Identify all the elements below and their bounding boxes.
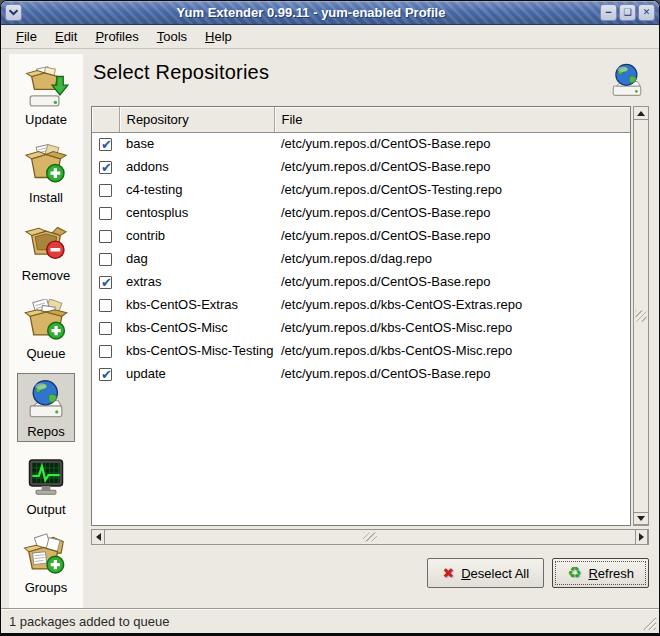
deselect-all-button[interactable]: ✖ Deselect All — [427, 558, 544, 588]
menu-tools[interactable]: Tools — [148, 26, 196, 47]
repo-file-cell: /etc/yum.repos.d/CentOS-Base.repo — [274, 201, 630, 224]
maximize-icon: ❑ — [623, 8, 631, 17]
column-header-repository[interactable]: Repository — [119, 107, 274, 132]
sidebar-item-remove[interactable]: Remove — [16, 217, 76, 286]
sidebar-item-label: Update — [25, 112, 67, 127]
table-row[interactable]: contrib /etc/yum.repos.d/CentOS-Base.rep… — [92, 224, 630, 247]
repo-checkbox[interactable] — [99, 368, 112, 381]
minimize-button[interactable]: − — [600, 4, 617, 21]
scroll-down-button[interactable] — [633, 511, 649, 525]
table-row[interactable]: centosplus /etc/yum.repos.d/CentOS-Base.… — [92, 201, 630, 224]
page-title: Select Repositories — [93, 61, 269, 84]
table-row[interactable]: update /etc/yum.repos.d/CentOS-Base.repo — [92, 362, 630, 385]
status-text: 1 packages added to queue — [9, 614, 169, 629]
sidebar-item-label: Remove — [22, 268, 70, 283]
repo-file-cell: /etc/yum.repos.d/dag.repo — [274, 247, 630, 270]
repo-checkbox[interactable] — [99, 276, 112, 289]
repo-name-cell: dag — [119, 247, 274, 270]
table-row[interactable]: extras /etc/yum.repos.d/CentOS-Base.repo — [92, 270, 630, 293]
repo-file-cell: /etc/yum.repos.d/kbs-CentOS-Extras.repo — [274, 293, 630, 316]
repo-file-cell: /etc/yum.repos.d/CentOS-Base.repo — [274, 270, 630, 293]
horizontal-scrollbar[interactable] — [91, 529, 649, 545]
sidebar-item-update[interactable]: Update — [17, 61, 75, 130]
repo-table-body: base /etc/yum.repos.d/CentOS-Base.repo a… — [92, 132, 630, 385]
chevron-down-icon — [8, 9, 19, 16]
groups-icon — [23, 533, 69, 579]
repository-globe-icon — [607, 61, 647, 101]
refresh-icon: ♻ — [567, 565, 581, 581]
table-row[interactable]: dag /etc/yum.repos.d/dag.repo — [92, 247, 630, 270]
resize-grip-icon[interactable] — [642, 616, 657, 631]
repo-file-cell: /etc/yum.repos.d/kbs-CentOS-Misc.repo — [274, 339, 630, 362]
repo-checkbox[interactable] — [99, 253, 112, 266]
repo-checkbox[interactable] — [99, 184, 112, 197]
menu-edit[interactable]: Edit — [46, 26, 86, 47]
repo-name-cell: update — [119, 362, 274, 385]
scroll-up-button[interactable] — [633, 106, 649, 120]
table-row[interactable]: base /etc/yum.repos.d/CentOS-Base.repo — [92, 132, 630, 155]
repo-name-cell: kbs-CentOS-Misc-Testing — [119, 339, 274, 362]
table-row[interactable]: kbs-CentOS-Misc-Testing /etc/yum.repos.d… — [92, 339, 630, 362]
repo-file-cell: /etc/yum.repos.d/kbs-CentOS-Misc.repo — [274, 316, 630, 339]
main-panel: Select Repositories — [91, 54, 649, 608]
scroll-left-icon — [96, 533, 101, 541]
close-button[interactable]: ✕ — [638, 4, 655, 21]
close-icon: ✕ — [643, 8, 651, 17]
sidebar-item-repos[interactable]: Repos — [17, 373, 75, 442]
table-row[interactable]: kbs-CentOS-Extras /etc/yum.repos.d/kbs-C… — [92, 293, 630, 316]
sidebar-item-groups[interactable]: Groups — [17, 529, 75, 598]
repo-file-cell: /etc/yum.repos.d/CentOS-Base.repo — [274, 155, 630, 178]
repos-icon — [23, 377, 69, 423]
repo-name-cell: centosplus — [119, 201, 274, 224]
vertical-scrollbar[interactable] — [633, 106, 649, 526]
repo-name-cell: addons — [119, 155, 274, 178]
repo-checkbox[interactable] — [99, 138, 112, 151]
output-icon — [23, 455, 69, 501]
vertical-scrollbar-thumb[interactable] — [633, 119, 649, 513]
repo-file-cell: /etc/yum.repos.d/CentOS-Base.repo — [274, 132, 630, 155]
sidebar-item-label: Queue — [26, 346, 65, 361]
sidebar-item-label: Groups — [25, 580, 68, 595]
scroll-left-button[interactable] — [91, 529, 105, 545]
horizontal-scrollbar-thumb[interactable] — [104, 529, 636, 545]
repo-name-cell: kbs-CentOS-Misc — [119, 316, 274, 339]
scroll-right-icon — [639, 533, 644, 541]
sidebar-item-label: Repos — [27, 424, 65, 439]
repo-checkbox[interactable] — [99, 161, 112, 174]
repo-name-cell: contrib — [119, 224, 274, 247]
column-header-file[interactable]: File — [274, 107, 630, 132]
remove-icon — [23, 221, 69, 267]
table-row[interactable]: c4-testing /etc/yum.repos.d/CentOS-Testi… — [92, 178, 630, 201]
repo-checkbox[interactable] — [99, 230, 112, 243]
menu-help[interactable]: Help — [196, 26, 241, 47]
repo-name-cell: base — [119, 132, 274, 155]
deselect-x-icon: ✖ — [442, 566, 454, 580]
menu-profiles[interactable]: Profiles — [86, 26, 147, 47]
scroll-right-button[interactable] — [634, 529, 648, 545]
table-row[interactable]: kbs-CentOS-Misc /etc/yum.repos.d/kbs-Cen… — [92, 316, 630, 339]
repo-file-cell: /etc/yum.repos.d/CentOS-Testing.repo — [274, 178, 630, 201]
titlebar[interactable]: Yum Extender 0.99.11 - yum-enabled Profi… — [1, 1, 659, 25]
scroll-up-icon — [637, 111, 645, 116]
maximize-button[interactable]: ❑ — [619, 4, 636, 21]
refresh-label: Refresh — [588, 566, 634, 581]
repo-name-cell: extras — [119, 270, 274, 293]
queue-icon — [23, 299, 69, 345]
refresh-button[interactable]: ♻ Refresh — [552, 558, 649, 588]
deselect-all-label: Deselect All — [461, 566, 529, 581]
repo-checkbox[interactable] — [99, 299, 112, 312]
window-menu-button[interactable] — [5, 4, 22, 21]
repo-name-cell: c4-testing — [119, 178, 274, 201]
sidebar-item-output[interactable]: Output — [17, 451, 75, 520]
sidebar-item-queue[interactable]: Queue — [17, 295, 75, 364]
repo-checkbox[interactable] — [99, 207, 112, 220]
menu-file[interactable]: File — [7, 26, 46, 47]
table-row[interactable]: addons /etc/yum.repos.d/CentOS-Base.repo — [92, 155, 630, 178]
scroll-down-icon — [637, 516, 645, 521]
column-header-checkbox[interactable] — [92, 107, 119, 132]
sidebar-item-install[interactable]: Install — [17, 139, 75, 208]
sidebar-item-label: Output — [26, 502, 65, 517]
window-title: Yum Extender 0.99.11 - yum-enabled Profi… — [25, 5, 597, 20]
repo-checkbox[interactable] — [99, 345, 112, 358]
repo-checkbox[interactable] — [99, 322, 112, 335]
